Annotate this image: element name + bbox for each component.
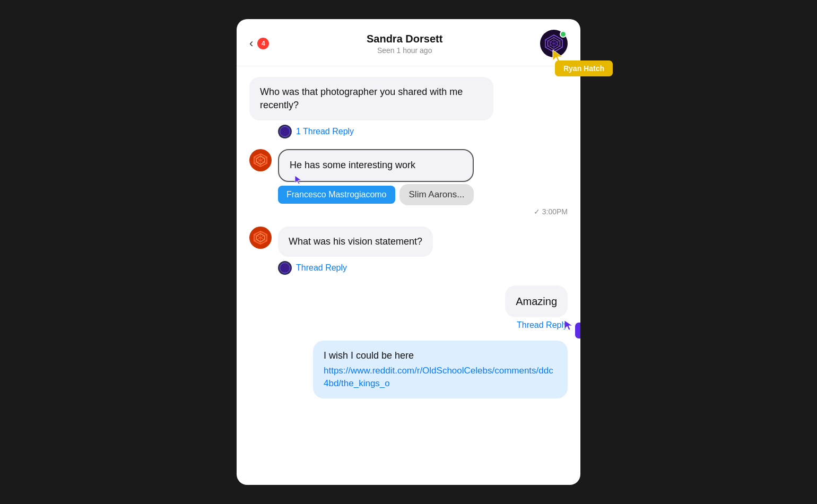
thread-reply-link-3[interactable]: Thread Reply — [296, 263, 347, 273]
thread-reply-link-4[interactable]: Thread Reply — [517, 320, 568, 330]
thread-reply-1[interactable]: 1 Thread Reply — [278, 125, 568, 138]
message-row-5: I wish I could be here https://www.reddi… — [249, 341, 568, 398]
thread-reply-link-1[interactable]: 1 Thread Reply — [296, 127, 354, 136]
header-left: ‹ 4 — [249, 38, 269, 49]
svg-marker-21 — [564, 320, 572, 330]
message-row-1: Who was that photographer you shared wit… — [249, 77, 568, 120]
message-group-4: Amazing Thread Reply Mark Peck — [249, 285, 568, 330]
chat-header: ‹ 4 Sandra Dorsett Seen 1 hour ago — [237, 19, 580, 66]
thread-reply-3[interactable]: Thread Reply — [278, 261, 568, 275]
suggestion-row: Francesco Mastrogiacomo Slim Aarons... — [278, 184, 474, 205]
sender-avatar-2 — [249, 149, 272, 171]
messages-area: Who was that photographer you shared wit… — [237, 66, 580, 485]
message-time-2: ✓ 3:00PM — [249, 207, 568, 216]
message-bubble-5: I wish I could be here https://www.reddi… — [313, 341, 568, 398]
message-bubble-4: Amazing — [505, 285, 568, 317]
svg-marker-14 — [295, 176, 301, 184]
message-bubble-1: Who was that photographer you shared wit… — [249, 77, 493, 120]
thread-avatar-1 — [278, 125, 292, 138]
back-button[interactable]: ‹ — [249, 38, 253, 49]
message-row-3: What was his vision statement? — [249, 227, 568, 257]
contact-name: Sandra Dorsett — [269, 33, 540, 45]
message-bubble-3: What was his vision statement? — [278, 227, 433, 257]
ryan-hatch-tooltip: Ryan Hatch — [555, 60, 613, 76]
mark-peck-tooltip: Mark Peck — [575, 323, 580, 338]
contact-status: Seen 1 hour ago — [269, 46, 540, 55]
thread-avatar-3 — [278, 261, 292, 275]
message-row-2: He has some interesting work Francesco M… — [249, 149, 568, 205]
notification-badge: 4 — [257, 38, 269, 49]
message-link[interactable]: https://www.reddit.com/r/OldSchoolCelebs… — [324, 364, 557, 390]
header-center: Sandra Dorsett Seen 1 hour ago — [269, 33, 540, 55]
mention-tag[interactable]: Francesco Mastrogiacomo — [278, 186, 395, 204]
cursor-icon-4 — [563, 319, 573, 331]
sender-avatar-3 — [249, 227, 272, 249]
message-group-3: What was his vision statement? Thread Re… — [249, 227, 568, 275]
message-row-4: Amazing — [249, 285, 568, 317]
message-group-5: I wish I could be here https://www.reddi… — [249, 341, 568, 398]
online-indicator — [560, 31, 567, 38]
suggestion-text: Slim Aarons... — [399, 184, 474, 205]
thread-reply-row-4: Thread Reply Mark Peck — [249, 320, 568, 330]
mention-suggestion: Francesco Mastrogiacomo Slim Aarons... — [278, 184, 474, 205]
message-group-1: Who was that photographer you shared wit… — [249, 77, 568, 138]
message-bubble-2: He has some interesting work — [278, 149, 474, 181]
svg-marker-7 — [553, 50, 562, 62]
chat-window: ‹ 4 Sandra Dorsett Seen 1 hour ago — [237, 19, 580, 485]
avatar-container[interactable]: Ryan Hatch — [540, 30, 568, 57]
message-group-2: He has some interesting work Francesco M… — [249, 149, 568, 215]
checkmark-icon: ✓ — [534, 207, 540, 216]
message-col-2: He has some interesting work Francesco M… — [278, 149, 474, 205]
cursor-icon — [294, 175, 302, 185]
